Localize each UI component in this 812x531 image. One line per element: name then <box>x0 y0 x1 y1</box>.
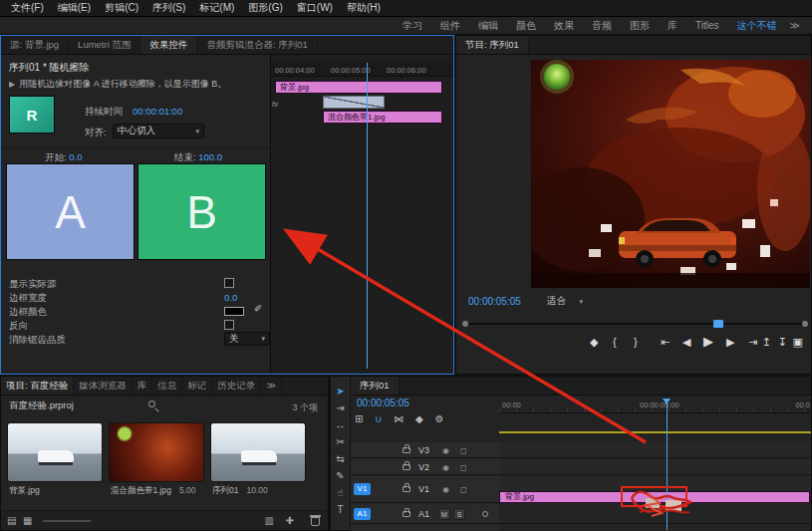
go-to-out-button[interactable]: ⇥ <box>748 332 757 352</box>
go-to-in-button[interactable]: ⇤ <box>661 332 670 352</box>
menu-marker[interactable]: 标记(M) <box>192 1 241 15</box>
mini-timeline-ruler[interactable]: 00:00:04:00 00:00:05:00 00:00:06:00 <box>271 63 453 77</box>
tab-source-monitor[interactable]: 源: 背景.jpg <box>1 36 69 54</box>
timeline-playhead[interactable] <box>667 398 668 530</box>
menu-help[interactable]: 帮助(H) <box>340 1 388 15</box>
source-patch-badge[interactable]: V1 <box>354 483 371 495</box>
timeline-ruler[interactable]: 00:00 00:00:05:00 00:0 <box>499 398 811 413</box>
duration-value[interactable]: 00:00:01:00 <box>133 106 182 117</box>
lock-icon[interactable] <box>403 486 410 492</box>
program-playhead-thumb[interactable] <box>713 320 723 328</box>
trash-icon[interactable] <box>311 517 320 526</box>
project-tab-overflow-icon[interactable]: ≫ <box>261 377 282 395</box>
menu-edit[interactable]: 编辑(E) <box>51 1 98 15</box>
menu-sequence[interactable]: 序列(S) <box>145 1 192 15</box>
tab-media-browser[interactable]: 媒体浏览器 <box>74 377 133 395</box>
toggle-output-icon[interactable]: ◉ <box>442 445 449 454</box>
eyedropper-icon[interactable]: ✐ <box>254 303 262 314</box>
project-thumbnail-background[interactable] <box>7 422 103 482</box>
workspace-tab-color[interactable]: 颜色 <box>507 19 545 33</box>
new-bin-button[interactable]: ▥ <box>265 511 274 530</box>
menu-graphics[interactable]: 图形(G) <box>241 1 289 15</box>
list-view-button[interactable]: ▤ <box>7 511 16 530</box>
workspace-tab-titles[interactable]: Titles <box>686 20 728 31</box>
border-color-swatch[interactable] <box>224 307 244 316</box>
workspace-tab-libraries[interactable]: 库 <box>659 19 686 33</box>
timeline-settings-icon[interactable]: ⚙ <box>435 412 444 426</box>
lock-icon[interactable] <box>403 447 410 453</box>
border-width-value[interactable]: 0.0 <box>224 292 237 303</box>
reverse-checkbox[interactable] <box>224 320 234 330</box>
sync-lock-icon[interactable]: ◻ <box>460 485 467 494</box>
extract-button[interactable]: ↧ <box>778 332 787 352</box>
collapse-arrow-icon[interactable]: ▶ <box>9 80 15 89</box>
tab-lumetri-scopes[interactable]: Lumetri 范围 <box>69 36 140 54</box>
workspace-overflow-icon[interactable]: ≫ <box>786 20 804 31</box>
mini-clip-background[interactable]: 背景.jpg <box>275 81 442 94</box>
tab-audio-clip-mixer[interactable]: 音频剪辑混合器: 序列01 <box>197 36 317 54</box>
align-dropdown[interactable]: 中心切入 ▾ <box>113 124 204 138</box>
menu-clip[interactable]: 剪辑(C) <box>98 1 145 15</box>
workspace-tab-custom[interactable]: 这个不错 <box>728 19 786 33</box>
add-marker-icon[interactable]: ◆ <box>415 412 423 426</box>
menu-file[interactable]: 文件(F) <box>4 1 51 15</box>
lift-button[interactable]: ↥ <box>762 332 771 352</box>
tab-libraries[interactable]: 库 <box>133 377 153 395</box>
track-lane-a1[interactable] <box>499 504 811 524</box>
show-actual-sources-checkbox[interactable] <box>224 278 234 288</box>
track-select-tool[interactable]: ⇥ <box>331 399 350 416</box>
tab-effect-controls[interactable]: 效果控件 <box>140 36 197 54</box>
program-timecode[interactable]: 00:00:05:05 <box>468 296 521 307</box>
workspace-tab-audio[interactable]: 音频 <box>583 19 621 33</box>
icon-view-button[interactable]: ▦ <box>23 511 32 530</box>
fit-dropdown[interactable]: 适合 ▾ <box>542 294 588 309</box>
timeline-timecode[interactable]: 00:00:05:05 <box>357 398 409 408</box>
workspace-tab-editing[interactable]: 编辑 <box>469 19 507 33</box>
scrub-right-knob[interactable] <box>802 321 808 327</box>
project-thumbnail-sequence[interactable] <box>210 422 306 482</box>
antialias-dropdown[interactable]: 关 ▾ <box>224 332 270 346</box>
razor-tool[interactable]: ✂ <box>331 433 350 450</box>
project-item-background[interactable]: 背景.jpg <box>7 422 105 497</box>
sync-lock-icon[interactable]: ◻ <box>460 462 467 471</box>
thumbnail-zoom-slider[interactable] <box>43 520 91 522</box>
project-item-sequence[interactable]: 序列0110.00 <box>210 422 308 497</box>
lock-icon[interactable] <box>403 464 410 470</box>
track-lane-v2[interactable] <box>499 459 811 475</box>
mark-out-button[interactable]: } <box>634 332 638 352</box>
tab-history[interactable]: 历史记录 <box>212 377 261 395</box>
tab-project[interactable]: 项目: 百度经验 <box>1 377 74 395</box>
voiceover-record-icon[interactable] <box>482 511 488 517</box>
mini-clip-blend[interactable]: 混合颜色带1.jpg <box>323 111 442 124</box>
workspace-tab-graphics[interactable]: 图形 <box>621 19 659 33</box>
snap-icon[interactable]: ∪ <box>375 412 382 426</box>
source-patch-badge[interactable]: A1 <box>354 508 371 520</box>
tab-program-monitor[interactable]: 节目: 序列01 <box>456 36 529 54</box>
mini-transition-block[interactable] <box>323 96 385 109</box>
workspace-tab-effects[interactable]: 效果 <box>545 19 583 33</box>
insert-overwrite-icon[interactable]: ⊞ <box>355 412 363 426</box>
linked-selection-icon[interactable]: ⋈ <box>394 412 404 426</box>
toggle-output-icon[interactable]: ◉ <box>442 485 449 494</box>
export-frame-button[interactable]: ▣ <box>793 332 803 352</box>
mark-in-button[interactable]: { <box>613 332 617 352</box>
slip-tool[interactable]: ⇆ <box>331 450 350 467</box>
track-lane-v3[interactable] <box>499 442 811 458</box>
step-back-button[interactable]: ◀ <box>682 332 690 352</box>
solo-button[interactable]: S <box>453 508 465 520</box>
project-thumbnail-blend[interactable] <box>109 422 204 482</box>
ripple-edit-tool[interactable]: ↔ <box>331 416 350 433</box>
play-button[interactable]: ▶ <box>703 332 713 352</box>
tab-markers[interactable]: 标记 <box>182 377 212 395</box>
step-forward-button[interactable]: ▶ <box>726 332 734 352</box>
workspace-tab-learn[interactable]: 学习 <box>394 19 431 33</box>
workspace-tab-assembly[interactable]: 组件 <box>431 19 469 33</box>
project-file-name[interactable]: 百度经验.prproj <box>9 399 74 412</box>
type-tool[interactable]: T <box>331 501 350 518</box>
mute-button[interactable]: M <box>438 508 450 520</box>
tab-timeline-sequence[interactable]: 序列01 <box>351 377 400 395</box>
track-lane-master[interactable] <box>499 525 811 531</box>
start-value[interactable]: 0.0 <box>69 151 82 162</box>
menu-window[interactable]: 窗口(W) <box>290 1 340 15</box>
pen-tool[interactable]: ✎ <box>331 467 350 484</box>
